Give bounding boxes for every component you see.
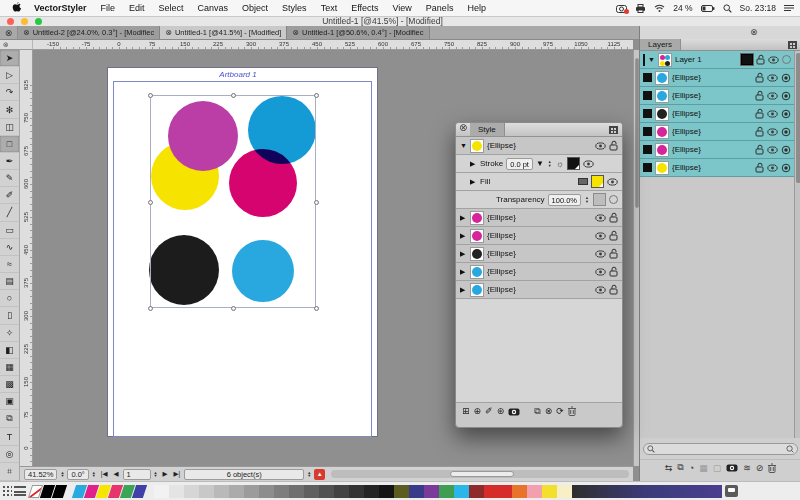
transparency-swatch[interactable] bbox=[593, 193, 606, 206]
apple-menu-icon[interactable] bbox=[6, 2, 27, 14]
pencil-tool[interactable]: ✎ bbox=[0, 170, 19, 187]
grey-swatch[interactable] bbox=[184, 485, 199, 498]
color-swatch[interactable] bbox=[424, 485, 439, 498]
lock-icon[interactable] bbox=[755, 144, 764, 155]
ruler-corner[interactable]: ⊗ bbox=[0, 40, 33, 50]
fill-color-swatch[interactable] bbox=[591, 175, 604, 188]
fill-row[interactable]: ▶Fill bbox=[456, 173, 622, 191]
selection-handle[interactable] bbox=[148, 306, 153, 311]
grey-swatch[interactable] bbox=[304, 485, 319, 498]
lock-icon[interactable] bbox=[755, 126, 764, 137]
tabbar-close-icon[interactable]: ⊗ bbox=[0, 26, 18, 39]
zoom-stepper[interactable]: ▲▼ bbox=[59, 471, 65, 477]
style-footer-add-style-icon[interactable]: ⊕ bbox=[474, 406, 482, 416]
eye-icon[interactable] bbox=[768, 56, 779, 64]
eye-icon[interactable] bbox=[767, 92, 778, 100]
color-swatch[interactable] bbox=[484, 485, 512, 498]
disclosure-icon[interactable]: ▶ bbox=[460, 286, 467, 294]
stroke-style-dropdown[interactable]: ▼ bbox=[536, 159, 544, 168]
style-footer-effect-icon[interactable]: ⊛ bbox=[497, 406, 505, 416]
selection-handle[interactable] bbox=[314, 306, 319, 311]
style-row[interactable]: ▶{Ellipse} bbox=[456, 245, 622, 263]
grey-swatch[interactable] bbox=[259, 485, 274, 498]
trash-icon[interactable] bbox=[568, 406, 576, 417]
layer-object-row[interactable]: {Ellipse} bbox=[640, 87, 794, 105]
style-tab[interactable]: Style bbox=[470, 123, 505, 136]
dark-gradient-swatch[interactable] bbox=[572, 485, 722, 498]
rect-frame-tool[interactable]: ▯ bbox=[0, 307, 19, 324]
style-row[interactable]: ▶{Ellipse} bbox=[456, 227, 622, 245]
screen-record-icon[interactable] bbox=[616, 4, 627, 13]
stroke-options-icon[interactable]: ☼ bbox=[556, 159, 564, 169]
spotlight-icon[interactable] bbox=[723, 4, 732, 13]
stroke-row[interactable]: ▶Stroke0.0 pt▼▲▼☼ bbox=[456, 155, 622, 173]
disclosure-icon[interactable]: ▶ bbox=[460, 232, 467, 240]
selection-bounding-box[interactable] bbox=[150, 95, 316, 308]
last-page-button[interactable]: ▶| bbox=[171, 470, 182, 478]
palette-options-icon[interactable] bbox=[14, 486, 26, 496]
eye-icon[interactable] bbox=[595, 214, 606, 222]
menu-text[interactable]: Text bbox=[314, 3, 345, 13]
selection-handle[interactable] bbox=[231, 93, 236, 98]
layers-footer-grid-icon[interactable]: ▦ bbox=[699, 463, 708, 473]
eye-icon[interactable] bbox=[767, 164, 778, 172]
grey-swatch[interactable] bbox=[364, 485, 379, 498]
gradient-tool[interactable]: ◧ bbox=[0, 342, 19, 359]
comment-bubble-icon[interactable] bbox=[725, 485, 738, 497]
prev-page-button[interactable]: ◀ bbox=[112, 470, 121, 478]
camera-icon[interactable] bbox=[726, 463, 738, 472]
menu-object[interactable]: Object bbox=[235, 3, 275, 13]
lock-icon[interactable] bbox=[755, 72, 764, 83]
printer-icon[interactable] bbox=[635, 4, 646, 13]
menu-list-icon[interactable] bbox=[784, 4, 794, 12]
rotation-field[interactable]: 0.0° bbox=[67, 469, 88, 480]
lock-icon[interactable] bbox=[756, 54, 765, 65]
stroke-stepper[interactable]: ▲▼ bbox=[547, 160, 553, 166]
layer-target-circle[interactable] bbox=[782, 55, 791, 64]
direct-select-tool[interactable]: ▷ bbox=[0, 67, 19, 84]
layer-object-row[interactable]: {Ellipse} bbox=[640, 141, 794, 159]
lock-icon[interactable] bbox=[755, 90, 764, 101]
document-tab[interactable]: ⊗Untitled-2 [@24.0%, 0.3°] - [Modifiec bbox=[18, 26, 160, 39]
lock-icon[interactable] bbox=[609, 140, 618, 151]
disclosure-icon[interactable]: ▼ bbox=[648, 56, 655, 63]
layers-footer-stack-icon[interactable]: ≋ bbox=[743, 463, 751, 473]
menu-file[interactable]: File bbox=[94, 3, 123, 13]
disclosure-icon[interactable]: ▼ bbox=[460, 142, 467, 149]
layer-object-row[interactable]: {Ellipse} bbox=[640, 123, 794, 141]
lock-icon[interactable] bbox=[609, 248, 618, 259]
menu-select[interactable]: Select bbox=[152, 3, 191, 13]
layers-scroll-thumb[interactable] bbox=[796, 53, 800, 183]
first-page-button[interactable]: |◀ bbox=[99, 470, 110, 478]
layer-object-row[interactable]: {Ellipse} bbox=[640, 159, 794, 177]
target-icon[interactable] bbox=[781, 127, 791, 137]
disclosure-icon[interactable]: ▶ bbox=[460, 268, 467, 276]
grey-swatch[interactable] bbox=[379, 485, 394, 498]
style-footer-remove-icon[interactable]: ⊗ bbox=[545, 406, 553, 417]
selection-handle[interactable] bbox=[314, 200, 319, 205]
pattern-tool[interactable]: ▩ bbox=[0, 376, 19, 393]
lock-icon[interactable] bbox=[609, 284, 618, 295]
selection-handle[interactable] bbox=[231, 306, 236, 311]
trash-icon[interactable] bbox=[768, 463, 776, 473]
canvas-horizontal-scrollbar[interactable] bbox=[331, 470, 629, 478]
style-row[interactable]: ▶{Ellipse} bbox=[456, 263, 622, 281]
color-swatch[interactable] bbox=[512, 485, 527, 498]
target-icon[interactable] bbox=[781, 91, 791, 101]
menu-effects[interactable]: Effects bbox=[344, 3, 385, 13]
star-tool[interactable]: ✧ bbox=[0, 325, 19, 342]
alert-icon[interactable]: ▲ bbox=[314, 469, 325, 480]
brush-tool[interactable]: ✐ bbox=[0, 187, 19, 204]
grey-swatch[interactable] bbox=[199, 485, 214, 498]
pen-tool[interactable]: ✒ bbox=[0, 153, 19, 170]
hscroll-thumb[interactable] bbox=[450, 471, 514, 477]
grey-swatch[interactable] bbox=[289, 485, 304, 498]
document-tab[interactable]: ⊗Untitled-1 [@50.6%, 0.4°] - [Modifiec bbox=[287, 26, 429, 39]
node-tool[interactable]: ↷ bbox=[0, 84, 19, 101]
color-swatch[interactable] bbox=[409, 485, 424, 498]
layer-object-row[interactable]: {Ellipse} bbox=[640, 69, 794, 87]
disclosure-icon[interactable]: ▶ bbox=[460, 214, 467, 222]
style-footer-edit-style-icon[interactable]: ✐ bbox=[485, 406, 493, 416]
lock-icon[interactable] bbox=[609, 266, 618, 277]
eye-icon[interactable] bbox=[767, 74, 778, 82]
